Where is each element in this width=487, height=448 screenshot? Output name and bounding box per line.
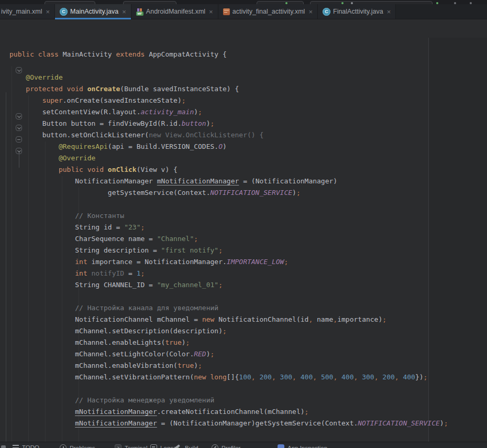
close-icon[interactable]: × [387, 8, 391, 15]
code-line: NotificationChannel mChannel = new Notif… [9, 314, 448, 325]
tab-label: ivity_main.xml [1, 8, 42, 15]
code-line: @Override [9, 152, 448, 164]
code-line: public class MainActivity extends AppCom… [9, 49, 448, 60]
code-line: // Константы [9, 210, 448, 222]
statusbar-item-problems[interactable]: Problems [60, 444, 95, 448]
main-toolbar-strip [0, 0, 487, 4]
code-line [9, 60, 448, 72]
statusbar-item-profiler[interactable]: Profiler [212, 444, 240, 448]
code-line [9, 199, 448, 210]
java-class-icon: C [323, 8, 330, 16]
problems-icon [60, 444, 67, 448]
tab-ivity-main-xml[interactable]: ivity_main.xml× [0, 4, 55, 19]
close-icon[interactable]: × [122, 8, 126, 15]
code-line [9, 291, 448, 302]
code-line: mChannel.setDescription(description); [9, 325, 448, 337]
code-line: // Настройка менеджера уведомлений [9, 395, 448, 406]
fold-extent-line [6, 92, 6, 448]
statusbar-item-label: Profiler [222, 445, 240, 448]
code-line: CharSequence name = "Channel"; [9, 233, 448, 245]
java-class-icon: C [60, 8, 68, 16]
statusbar-item-label: App Inspection [287, 445, 327, 448]
terminal-icon [115, 444, 121, 448]
statusbar-item-todo[interactable]: TODO [13, 444, 39, 448]
code-line: protected void onCreate(Bundle savedInst… [9, 83, 448, 95]
close-icon[interactable]: × [46, 8, 50, 15]
code-line: button.setOnClickListener(new View.OnCli… [9, 129, 448, 141]
code-line: int importance = NotificationManager.IMP… [9, 256, 448, 268]
code-text[interactable]: public class MainActivity extends AppCom… [9, 49, 448, 448]
tab-androidmanifest-xml[interactable]: MFAndroidManifest.xml× [131, 4, 218, 19]
tab-finalacttivity-java[interactable]: CFinalActtivity.java× [318, 4, 396, 19]
appinspect-icon [278, 444, 284, 448]
tab-label: AndroidManifest.xml [146, 8, 205, 15]
tab-label: activity_final_acttivity.xml [233, 8, 305, 15]
code-line: Button button = findViewById(R.id.button… [9, 118, 448, 129]
close-icon[interactable]: × [308, 8, 313, 15]
code-line: getSystemService(Context.NOTIFICATION_SE… [9, 187, 448, 199]
code-line: NotificationManager mNotificationManager… [9, 176, 448, 187]
profiler-icon [212, 444, 218, 448]
statusbar-item-label: TODO [22, 444, 39, 448]
code-line: mChannel.enableVibration(true); [9, 360, 448, 371]
tab-mainactivity-java[interactable]: CMainActivity.java× [55, 4, 131, 19]
code-line: // Настройка канала для уведомлений [9, 302, 448, 314]
build-icon [173, 443, 183, 448]
statusbar-item-app-inspection[interactable]: App Inspection [278, 444, 327, 448]
code-line: mChannel.setLightColor(Color.RED); [9, 348, 448, 360]
tool-window-bar: TODOProblemsTerminalLogcatBuildProfilerA… [0, 442, 487, 448]
code-line: setContentView(R.layout.activity_main); [9, 106, 448, 118]
code-line: mChannel.enableLights(true); [9, 337, 448, 348]
manifest-icon: MF [136, 8, 143, 16]
tab-activity-final-acttivity-xml[interactable]: activity_final_acttivity.xml× [218, 4, 318, 19]
tool-window-corner[interactable] [1, 444, 6, 448]
close-icon[interactable]: × [209, 8, 213, 15]
tab-label: FinalActtivity.java [333, 8, 383, 15]
code-line: String CHANNEL_ID = "my_channel_01"; [9, 279, 448, 291]
manifest-badge: MF [136, 12, 143, 16]
code-line [9, 383, 448, 395]
todo-icon [13, 445, 19, 448]
code-line: mNotificationManager.createNotificationC… [9, 406, 448, 418]
xml-layout-icon [223, 8, 230, 15]
editor-tab-bar: ivity_main.xml×CMainActivity.java×MFAndr… [0, 4, 487, 19]
statusbar-item-terminal[interactable]: Terminal [115, 444, 147, 448]
statusbar-item-label: Problems [70, 445, 95, 448]
statusbar-item-build[interactable]: Build [175, 444, 198, 448]
manifest-icon-bars [137, 8, 142, 12]
tool-window-icon [1, 445, 6, 448]
code-line: mChannel.setVibrationPattern(new long[]{… [9, 371, 448, 383]
logcat-icon [150, 444, 157, 448]
code-line: String description = "first notify"; [9, 245, 448, 256]
code-line: int notifyID = 1; [9, 268, 448, 279]
statusbar-item-label: Terminal [125, 445, 147, 448]
code-line: @RequiresApi(api = Build.VERSION_CODES.O… [9, 141, 448, 152]
code-line: public void onClick(View v) { [9, 164, 448, 176]
code-line [9, 429, 448, 441]
code-line: @Override [9, 72, 448, 83]
statusbar-item-label: Build [185, 445, 198, 448]
code-line: super.onCreate(savedInstanceState); [9, 95, 448, 106]
code-editor[interactable]: public class MainActivity extends AppCom… [0, 19, 487, 448]
tab-label: MainActivity.java [70, 8, 118, 15]
code-line: mNotificationManager = (NotificationMana… [9, 418, 448, 429]
code-line: String id = "23"; [9, 222, 448, 233]
